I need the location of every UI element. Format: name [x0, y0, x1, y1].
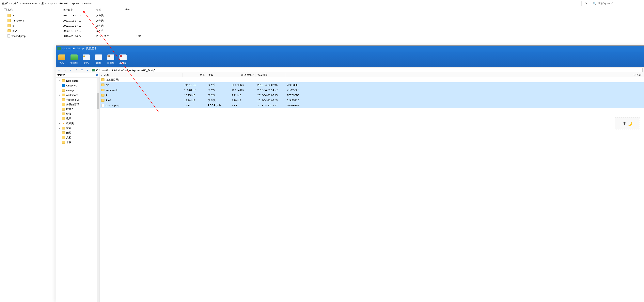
- col-date[interactable]: 修改日期: [63, 8, 96, 12]
- breadcrumb-item[interactable]: 桌面: [41, 1, 46, 5]
- folder-icon: [8, 24, 11, 27]
- chevron-right-icon: ›: [39, 2, 40, 4]
- select-all-checkbox[interactable]: [4, 8, 6, 11]
- col-name: 名称: [8, 8, 13, 12]
- sort-caret-icon: ⌄: [28, 9, 30, 11]
- breadcrumb-item[interactable]: Administrator: [22, 2, 38, 5]
- explorer-row[interactable]: lib 2022/1/13 17:19 文件夹: [4, 23, 644, 28]
- chevron-right-icon: ›: [82, 2, 82, 4]
- search-icon: 🔍: [593, 2, 596, 5]
- explorer-row[interactable]: bin 2022/1/13 17:19 文件夹: [4, 13, 644, 18]
- explorer-row[interactable]: xposed.prop 2018/4/20 14:27 PROP 文件 1 KB: [4, 33, 644, 38]
- file-date: 2022/1/13 17:19: [63, 19, 96, 22]
- folder-icon: [8, 19, 11, 22]
- file-date: 2022/1/13 17:19: [63, 24, 96, 27]
- breadcrumb-item[interactable]: 用户: [14, 1, 18, 5]
- file-name: bin: [12, 14, 15, 17]
- folder-icon: [8, 29, 11, 32]
- file-type: 文件夹: [96, 19, 125, 22]
- col-type[interactable]: 类型: [96, 8, 125, 12]
- file-name: lib64: [12, 29, 17, 32]
- explorer-address-bar: 盘 (C:)›用户›Administrator›桌面›xpose_x86_x64…: [0, 0, 644, 7]
- chevron-right-icon: ›: [48, 2, 48, 4]
- explorer-row[interactable]: framework 2022/1/13 17:19 文件夹: [4, 18, 644, 23]
- chevron-right-icon: ›: [20, 2, 21, 4]
- chevron-right-icon: ›: [11, 2, 12, 4]
- file-type: 文件夹: [96, 29, 125, 32]
- file-date: 2018/4/20 14:27: [63, 34, 96, 37]
- file-date: 2022/1/13 17:19: [63, 14, 96, 17]
- file-type: PROP 文件: [96, 34, 125, 38]
- breadcrumb-dropdown-icon[interactable]: ⌄: [575, 1, 580, 6]
- file-name: xposed.prop: [12, 34, 26, 37]
- search-input[interactable]: 🔍 搜索"system": [592, 1, 643, 5]
- explorer-row[interactable]: lib64 2022/1/13 17:19 文件夹: [4, 28, 644, 33]
- breadcrumb-item[interactable]: xpose_x86_x64: [50, 2, 68, 5]
- file-type: 文件夹: [96, 14, 125, 17]
- file-size: 1 KB: [125, 34, 145, 37]
- chevron-right-icon: ›: [70, 2, 70, 4]
- explorer-column-header[interactable]: 名称⌄ 修改日期 类型 大小: [0, 7, 644, 13]
- search-placeholder: 搜索"system": [598, 1, 613, 5]
- file-date: 2022/1/13 17:19: [63, 29, 96, 32]
- file-icon: [8, 34, 10, 37]
- file-name: lib: [12, 24, 14, 27]
- col-size[interactable]: 大小: [125, 8, 145, 12]
- folder-icon: [8, 14, 11, 17]
- breadcrumb-item[interactable]: xposed: [72, 2, 80, 5]
- breadcrumb-item[interactable]: 盘 (C:): [2, 1, 10, 5]
- file-name: framework: [12, 19, 24, 22]
- breadcrumb-item[interactable]: system: [84, 2, 92, 5]
- file-type: 文件夹: [96, 24, 125, 27]
- refresh-button[interactable]: ↻: [583, 1, 589, 6]
- explorer-file-list[interactable]: bin 2022/1/13 17:19 文件夹 framework 2022/1…: [0, 13, 644, 38]
- breadcrumb[interactable]: 盘 (C:)›用户›Administrator›桌面›xpose_x86_x64…: [1, 1, 575, 5]
